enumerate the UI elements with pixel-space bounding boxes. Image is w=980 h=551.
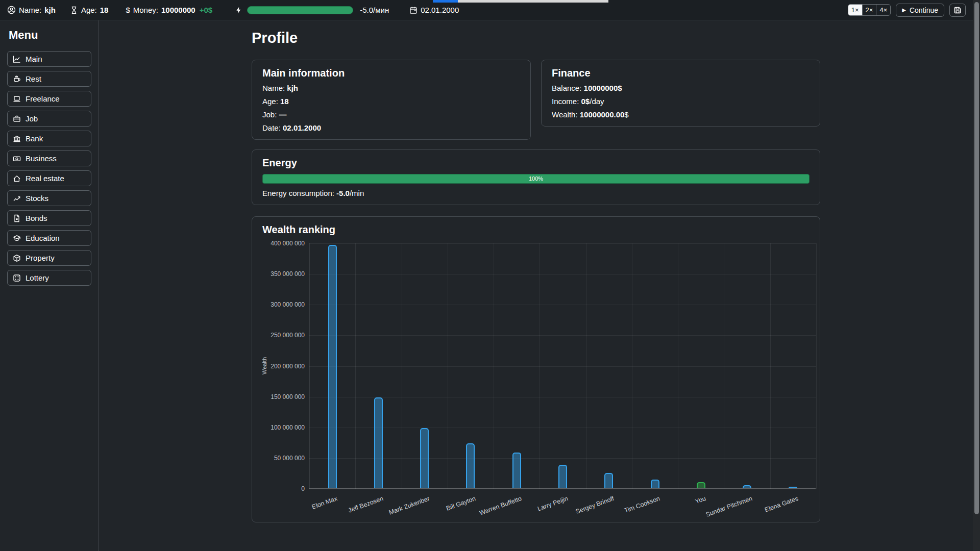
chart-gridline <box>586 243 586 489</box>
sidebar-item-label: Rest <box>26 74 41 83</box>
chart-gridline <box>816 243 817 489</box>
energy-consumption-row: Energy consumption: -5.0/min <box>262 189 810 197</box>
chart-y-tick-label: 100 000 000 <box>252 424 305 431</box>
chart-gridline <box>309 274 816 274</box>
chart-gridline <box>309 428 816 428</box>
player-money-status: $ Money: 10000000 +0$ <box>126 6 212 14</box>
chart-bar <box>604 473 613 488</box>
chart-bar <box>328 245 337 488</box>
chart-bar <box>466 443 475 488</box>
chart-x-label: Elena Gates <box>764 495 799 514</box>
main-area: Profile Main information Name: kjh Age: … <box>99 20 973 551</box>
save-button[interactable] <box>949 4 966 17</box>
chart-x-label: Sundar Pitchmen <box>704 495 753 518</box>
chart-y-tick-label: 300 000 000 <box>252 301 305 308</box>
info-row-date: Date: 02.01.2000 <box>262 123 520 132</box>
sidebar-item-bank[interactable]: Bank <box>7 131 91 146</box>
energy-pill-bar <box>247 6 353 14</box>
sidebar-item-business[interactable]: Business <box>7 151 91 166</box>
sidebar-item-label: Freelance <box>26 94 60 103</box>
sidebar-item-real-estate[interactable]: Real estate <box>7 170 91 186</box>
energy-status: -5.0/мин <box>235 6 389 14</box>
name-value: kjh <box>44 6 56 14</box>
energy-rate: -5.0/мин <box>360 6 389 14</box>
chart-gridline <box>678 243 678 489</box>
cash-icon <box>13 155 21 163</box>
chart-y-tick-label: 150 000 000 <box>252 393 305 400</box>
sidebar-item-label: Real estate <box>26 174 64 183</box>
age-value: 18 <box>100 6 109 14</box>
chart-bar <box>558 465 567 488</box>
chart-bar <box>697 482 705 488</box>
house-icon <box>13 174 21 183</box>
money-label: Money: <box>133 6 158 14</box>
chart-bar <box>374 397 383 488</box>
chart-x-label: Larry Peijin <box>536 495 569 513</box>
sidebar-item-freelance[interactable]: Freelance <box>7 91 91 107</box>
info-row-age: Age: 18 <box>262 97 520 106</box>
sidebar-item-education[interactable]: Education <box>7 230 91 246</box>
chart-bar <box>743 485 751 488</box>
sidebar-item-lottery[interactable]: Lottery <box>7 270 91 286</box>
sidebar-item-label: Business <box>26 154 57 163</box>
briefcase-icon <box>13 115 21 123</box>
chart-gridline <box>309 305 816 305</box>
chart-bar <box>651 480 659 488</box>
sidebar-item-label: Bank <box>26 134 43 143</box>
date-value: 02.01.2000 <box>421 6 459 14</box>
chart-gridline <box>309 366 816 367</box>
page-scrollbar[interactable] <box>973 0 980 551</box>
chart-x-label: Mark Zukenber <box>388 495 431 516</box>
sidebar-item-rest[interactable]: Rest <box>7 71 91 87</box>
energy-card: Energy 100% Energy consumption: -5.0/min <box>252 149 820 205</box>
sidebar-item-job[interactable]: Job <box>7 111 91 127</box>
chart-gridline <box>494 243 494 489</box>
sidebar-item-property[interactable]: Property <box>7 250 91 266</box>
scrollbar-thumb[interactable] <box>974 2 979 514</box>
chart-x-label: Sergey Brinoff <box>575 495 615 515</box>
info-row-job: Job: — <box>262 110 520 119</box>
player-age-status: Age: 18 <box>70 6 109 14</box>
chart-x-label: Tim Cookson <box>623 495 661 514</box>
sidebar-item-label: Main <box>26 55 42 63</box>
cup-icon <box>13 75 21 83</box>
laptop-icon <box>13 95 21 103</box>
wealth-ranking-card: Wealth ranking Wealth 050 000 000100 000… <box>252 216 820 522</box>
sidebar-item-label: Job <box>26 114 38 123</box>
chart-gridline <box>770 243 771 489</box>
chart-gridline <box>355 243 356 489</box>
floppy-disk-icon <box>953 6 962 14</box>
speed-1x-button[interactable]: 1× <box>848 5 863 15</box>
dice-icon <box>13 274 21 282</box>
money-value: 10000000 <box>161 6 195 14</box>
top-progress-slider[interactable] <box>433 0 608 3</box>
energy-progress-bar: 100% <box>262 174 810 184</box>
speed-2x-button[interactable]: 2× <box>863 5 877 15</box>
energy-progress-label: 100% <box>529 176 543 182</box>
speed-4x-button[interactable]: 4× <box>876 5 890 15</box>
chart-gridline <box>309 397 816 397</box>
finance-title: Finance <box>552 67 810 79</box>
chart-x-label: You <box>694 495 707 505</box>
box-icon <box>13 254 21 262</box>
sidebar-item-main[interactable]: Main <box>7 51 91 67</box>
dollar-icon: $ <box>126 6 130 14</box>
sidebar-menu: Menu Main Rest Freelance Job <box>0 20 99 551</box>
sidebar-item-stocks[interactable]: Stocks <box>7 190 91 206</box>
chart-gridline <box>309 335 816 336</box>
money-delta: +0$ <box>200 6 212 14</box>
chart-bar <box>789 487 797 488</box>
finance-row-income: Income: 0$/day <box>552 97 810 106</box>
bank-icon <box>13 135 21 143</box>
chart-gridline <box>309 243 816 244</box>
continue-button[interactable]: ▶ Continue <box>896 4 944 17</box>
sidebar-item-bonds[interactable]: Bonds <box>7 210 91 226</box>
chart-x-label: Warren Buffetto <box>479 495 523 517</box>
sidebar-item-label: Lottery <box>26 273 49 282</box>
sidebar-item-label: Education <box>26 234 60 242</box>
energy-title: Energy <box>262 157 810 169</box>
main-information-title: Main information <box>262 67 520 79</box>
graduation-cap-icon <box>13 234 21 242</box>
age-label: Age: <box>81 6 97 14</box>
top-progress-slider-track <box>458 0 608 3</box>
